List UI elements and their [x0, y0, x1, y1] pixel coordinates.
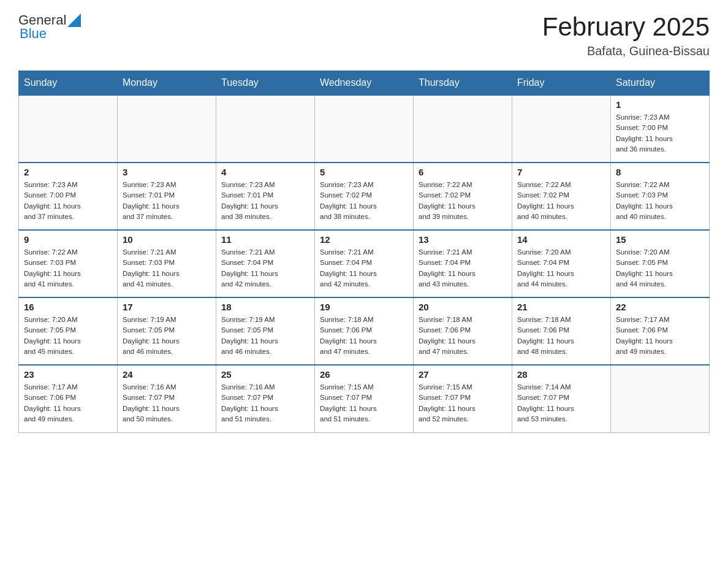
day-info: Sunrise: 7:22 AM Sunset: 7:02 PM Dayligh… — [517, 180, 605, 222]
calendar-cell: 18Sunrise: 7:19 AM Sunset: 7:05 PM Dayli… — [216, 297, 315, 365]
day-number: 24 — [123, 369, 211, 380]
day-info: Sunrise: 7:14 AM Sunset: 7:07 PM Dayligh… — [517, 382, 605, 424]
calendar-cell: 20Sunrise: 7:18 AM Sunset: 7:06 PM Dayli… — [414, 297, 512, 365]
day-number: 18 — [221, 302, 309, 312]
day-number: 25 — [221, 369, 309, 380]
month-title: February 2025 — [542, 12, 710, 42]
day-number: 15 — [616, 234, 704, 245]
calendar-cell: 21Sunrise: 7:18 AM Sunset: 7:06 PM Dayli… — [512, 297, 611, 365]
day-number: 19 — [320, 302, 408, 312]
day-number: 8 — [616, 167, 704, 177]
calendar-cell: 24Sunrise: 7:16 AM Sunset: 7:07 PM Dayli… — [118, 365, 216, 432]
day-number: 12 — [320, 234, 408, 245]
calendar-cell: 17Sunrise: 7:19 AM Sunset: 7:05 PM Dayli… — [118, 297, 216, 365]
calendar-cell — [414, 95, 512, 163]
svg-marker-0 — [67, 13, 81, 27]
day-number: 13 — [419, 234, 507, 245]
calendar-cell: 16Sunrise: 7:20 AM Sunset: 7:05 PM Dayli… — [19, 297, 118, 365]
title-block: February 2025 Bafata, Guinea-Bissau — [542, 12, 710, 58]
day-number: 2 — [24, 167, 112, 177]
calendar-cell: 28Sunrise: 7:14 AM Sunset: 7:07 PM Dayli… — [512, 365, 611, 432]
day-info: Sunrise: 7:18 AM Sunset: 7:06 PM Dayligh… — [517, 315, 605, 357]
day-number: 6 — [419, 167, 507, 177]
day-info: Sunrise: 7:20 AM Sunset: 7:05 PM Dayligh… — [24, 315, 112, 357]
day-info: Sunrise: 7:17 AM Sunset: 7:06 PM Dayligh… — [24, 382, 112, 424]
day-info: Sunrise: 7:21 AM Sunset: 7:03 PM Dayligh… — [123, 247, 211, 289]
calendar-cell — [315, 95, 414, 163]
calendar-cell: 5Sunrise: 7:23 AM Sunset: 7:02 PM Daylig… — [315, 163, 414, 230]
calendar-cell — [118, 95, 216, 163]
logo-triangle-icon — [67, 13, 81, 27]
calendar-cell: 4Sunrise: 7:23 AM Sunset: 7:01 PM Daylig… — [216, 163, 315, 230]
calendar-cell: 19Sunrise: 7:18 AM Sunset: 7:06 PM Dayli… — [315, 297, 414, 365]
weekday-header-row: SundayMondayTuesdayWednesdayThursdayFrid… — [19, 71, 710, 96]
day-info: Sunrise: 7:16 AM Sunset: 7:07 PM Dayligh… — [123, 382, 211, 424]
day-info: Sunrise: 7:22 AM Sunset: 7:03 PM Dayligh… — [24, 247, 112, 289]
day-info: Sunrise: 7:23 AM Sunset: 7:00 PM Dayligh… — [24, 180, 112, 222]
weekday-header: Sunday — [19, 71, 118, 96]
calendar-cell: 10Sunrise: 7:21 AM Sunset: 7:03 PM Dayli… — [118, 230, 216, 297]
day-number: 11 — [221, 234, 309, 245]
calendar-cell: 26Sunrise: 7:15 AM Sunset: 7:07 PM Dayli… — [315, 365, 414, 432]
day-info: Sunrise: 7:23 AM Sunset: 7:00 PM Dayligh… — [616, 112, 704, 155]
calendar-cell: 7Sunrise: 7:22 AM Sunset: 7:02 PM Daylig… — [512, 163, 611, 230]
day-number: 23 — [24, 369, 112, 380]
day-info: Sunrise: 7:16 AM Sunset: 7:07 PM Dayligh… — [221, 382, 309, 424]
weekday-header: Friday — [512, 71, 611, 96]
calendar-cell: 9Sunrise: 7:22 AM Sunset: 7:03 PM Daylig… — [19, 230, 118, 297]
day-number: 10 — [123, 234, 211, 245]
day-info: Sunrise: 7:18 AM Sunset: 7:06 PM Dayligh… — [419, 315, 507, 357]
calendar-cell: 2Sunrise: 7:23 AM Sunset: 7:00 PM Daylig… — [19, 163, 118, 230]
day-number: 16 — [24, 302, 112, 312]
day-number: 14 — [517, 234, 605, 245]
calendar-cell — [512, 95, 611, 163]
day-number: 5 — [320, 167, 408, 177]
calendar-table: SundayMondayTuesdayWednesdayThursdayFrid… — [18, 71, 710, 433]
calendar-cell: 15Sunrise: 7:20 AM Sunset: 7:05 PM Dayli… — [611, 230, 710, 297]
day-number: 20 — [419, 302, 507, 312]
day-info: Sunrise: 7:22 AM Sunset: 7:03 PM Dayligh… — [616, 180, 704, 222]
calendar-cell: 14Sunrise: 7:20 AM Sunset: 7:04 PM Dayli… — [512, 230, 611, 297]
calendar-week-row: 16Sunrise: 7:20 AM Sunset: 7:05 PM Dayli… — [19, 297, 710, 365]
weekday-header: Monday — [118, 71, 216, 96]
calendar-cell: 12Sunrise: 7:21 AM Sunset: 7:04 PM Dayli… — [315, 230, 414, 297]
day-number: 9 — [24, 234, 112, 245]
day-info: Sunrise: 7:21 AM Sunset: 7:04 PM Dayligh… — [221, 247, 309, 289]
day-info: Sunrise: 7:23 AM Sunset: 7:01 PM Dayligh… — [221, 180, 309, 222]
calendar-cell: 23Sunrise: 7:17 AM Sunset: 7:06 PM Dayli… — [19, 365, 118, 432]
calendar-cell — [611, 365, 710, 432]
calendar-cell: 11Sunrise: 7:21 AM Sunset: 7:04 PM Dayli… — [216, 230, 315, 297]
calendar-cell — [216, 95, 315, 163]
day-number: 7 — [517, 167, 605, 177]
page-header: General Blue February 2025 Bafata, Guine… — [18, 12, 710, 58]
day-number: 4 — [221, 167, 309, 177]
day-info: Sunrise: 7:19 AM Sunset: 7:05 PM Dayligh… — [221, 315, 309, 357]
day-info: Sunrise: 7:20 AM Sunset: 7:04 PM Dayligh… — [517, 247, 605, 289]
logo: General Blue — [18, 12, 81, 42]
day-info: Sunrise: 7:15 AM Sunset: 7:07 PM Dayligh… — [419, 382, 507, 424]
day-info: Sunrise: 7:23 AM Sunset: 7:02 PM Dayligh… — [320, 180, 408, 222]
day-number: 22 — [616, 302, 704, 312]
day-number: 17 — [123, 302, 211, 312]
calendar-week-row: 1Sunrise: 7:23 AM Sunset: 7:00 PM Daylig… — [19, 95, 710, 163]
day-number: 1 — [616, 99, 704, 110]
day-info: Sunrise: 7:18 AM Sunset: 7:06 PM Dayligh… — [320, 315, 408, 357]
day-info: Sunrise: 7:21 AM Sunset: 7:04 PM Dayligh… — [320, 247, 408, 289]
calendar-cell: 25Sunrise: 7:16 AM Sunset: 7:07 PM Dayli… — [216, 365, 315, 432]
day-number: 3 — [123, 167, 211, 177]
calendar-cell — [19, 95, 118, 163]
calendar-cell: 22Sunrise: 7:17 AM Sunset: 7:06 PM Dayli… — [611, 297, 710, 365]
day-number: 21 — [517, 302, 605, 312]
weekday-header: Saturday — [611, 71, 710, 96]
day-info: Sunrise: 7:22 AM Sunset: 7:02 PM Dayligh… — [419, 180, 507, 222]
weekday-header: Thursday — [414, 71, 512, 96]
calendar-week-row: 23Sunrise: 7:17 AM Sunset: 7:06 PM Dayli… — [19, 365, 710, 432]
weekday-header: Wednesday — [315, 71, 414, 96]
day-number: 26 — [320, 369, 408, 380]
weekday-header: Tuesday — [216, 71, 315, 96]
day-number: 27 — [419, 369, 507, 380]
calendar-cell: 3Sunrise: 7:23 AM Sunset: 7:01 PM Daylig… — [118, 163, 216, 230]
day-info: Sunrise: 7:19 AM Sunset: 7:05 PM Dayligh… — [123, 315, 211, 357]
calendar-week-row: 2Sunrise: 7:23 AM Sunset: 7:00 PM Daylig… — [19, 163, 710, 230]
day-info: Sunrise: 7:23 AM Sunset: 7:01 PM Dayligh… — [123, 180, 211, 222]
